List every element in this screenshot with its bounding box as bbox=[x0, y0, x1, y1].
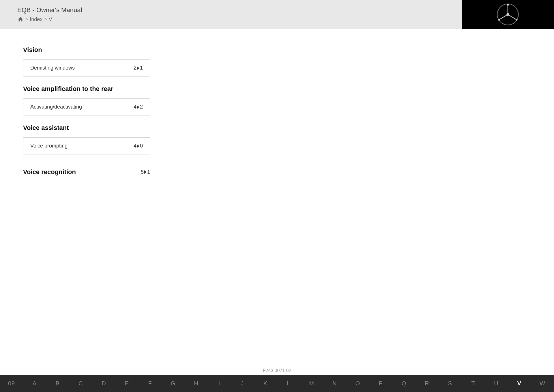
item-page-voice-prompting: 40 bbox=[134, 143, 143, 149]
section-voice-assistant-title: Voice assistant bbox=[23, 124, 150, 132]
list-item[interactable]: Activating/deactivating 42 bbox=[23, 99, 150, 115]
svg-point-7 bbox=[498, 19, 500, 20]
svg-line-4 bbox=[508, 14, 516, 20]
page-arrow-icon bbox=[137, 144, 139, 148]
nav-letter-u[interactable]: U bbox=[485, 377, 508, 390]
section-voice-amplification: Voice amplification to the rear Activati… bbox=[23, 85, 150, 115]
nav-letter-c[interactable]: C bbox=[69, 377, 92, 390]
footer-code: F243 0071 02 bbox=[263, 368, 291, 373]
nav-letter-b[interactable]: B bbox=[46, 377, 69, 390]
header-right bbox=[439, 0, 554, 29]
nav-letter-f[interactable]: F bbox=[138, 377, 162, 390]
list-item[interactable]: Voice prompting 40 bbox=[23, 138, 150, 154]
nav-letter-j[interactable]: J bbox=[231, 377, 254, 390]
nav-letter-l[interactable]: L bbox=[277, 377, 300, 390]
nav-letter-d[interactable]: D bbox=[92, 377, 115, 390]
nav-letter-s[interactable]: S bbox=[439, 377, 462, 390]
nav-letter-h[interactable]: H bbox=[185, 377, 208, 390]
logo-area bbox=[462, 0, 554, 29]
breadcrumb-current: V bbox=[49, 16, 52, 23]
item-page-demisting: 21 bbox=[134, 65, 143, 71]
breadcrumb-sep-2: > bbox=[44, 17, 47, 22]
voice-assistant-card: Voice prompting 40 bbox=[23, 137, 150, 154]
vision-card: Demisting windows 21 bbox=[23, 59, 150, 76]
header: EQB - Owner's Manual > Index > V bbox=[0, 0, 554, 29]
item-label-voice-prompting: Voice prompting bbox=[30, 143, 68, 149]
item-label-activating: Activating/deactivating bbox=[30, 104, 82, 110]
home-icon[interactable] bbox=[17, 16, 24, 23]
item-page-activating: 42 bbox=[134, 104, 143, 110]
item-label-demisting: Demisting windows bbox=[30, 65, 75, 71]
section-vision: Vision Demisting windows 21 bbox=[23, 46, 150, 76]
nav-letter-m[interactable]: M bbox=[300, 377, 323, 390]
manual-title: EQB - Owner's Manual bbox=[17, 6, 82, 14]
page-arrow-icon bbox=[137, 66, 139, 70]
nav-letter-p[interactable]: P bbox=[369, 377, 392, 390]
breadcrumb-sep-1: > bbox=[25, 17, 28, 22]
page-arrow-icon bbox=[137, 105, 139, 109]
breadcrumb: > Index > V bbox=[17, 16, 82, 23]
nav-letter-e[interactable]: E bbox=[115, 377, 138, 390]
svg-point-5 bbox=[506, 13, 509, 16]
nav-letter-09[interactable]: 09 bbox=[0, 377, 23, 390]
voice-amp-card: Activating/deactivating 42 bbox=[23, 98, 150, 115]
header-triangle bbox=[439, 0, 462, 29]
nav-letter-n[interactable]: N bbox=[323, 377, 346, 390]
nav-letter-g[interactable]: G bbox=[162, 377, 185, 390]
list-item[interactable]: Demisting windows 21 bbox=[23, 60, 150, 76]
nav-letter-a[interactable]: A bbox=[23, 377, 46, 390]
page-arrow-icon bbox=[144, 170, 147, 174]
header-left: EQB - Owner's Manual > Index > V bbox=[17, 6, 82, 23]
nav-letter-o[interactable]: O bbox=[346, 377, 369, 390]
svg-point-6 bbox=[507, 4, 509, 5]
nav-letter-t[interactable]: T bbox=[462, 377, 485, 390]
standalone-page: 51 bbox=[141, 169, 150, 175]
nav-letter-r[interactable]: R bbox=[415, 377, 439, 390]
breadcrumb-index[interactable]: Index bbox=[30, 16, 42, 23]
standalone-label: Voice recognition bbox=[23, 168, 76, 176]
nav-letter-k[interactable]: K bbox=[254, 377, 277, 390]
standalone-voice-recognition[interactable]: Voice recognition 51 bbox=[23, 163, 150, 181]
nav-letter-i[interactable]: I bbox=[208, 377, 231, 390]
nav-letter-q[interactable]: Q bbox=[392, 377, 415, 390]
section-vision-title: Vision bbox=[23, 46, 150, 54]
nav-letters-container: 09ABCDEFGHIJKLMNOPQRSTUVW bbox=[0, 377, 554, 390]
main-content: Vision Demisting windows 21 Voice amplif… bbox=[0, 29, 173, 201]
svg-line-3 bbox=[499, 14, 508, 20]
section-voice-assistant: Voice assistant Voice prompting 40 bbox=[23, 124, 150, 154]
mercedes-logo bbox=[496, 3, 519, 26]
svg-point-8 bbox=[516, 19, 517, 20]
section-voice-amp-title: Voice amplification to the rear bbox=[23, 85, 150, 93]
bottom-nav: 09ABCDEFGHIJKLMNOPQRSTUVW bbox=[0, 375, 554, 392]
nav-letter-v[interactable]: V bbox=[508, 377, 531, 390]
nav-letter-w[interactable]: W bbox=[531, 377, 554, 390]
